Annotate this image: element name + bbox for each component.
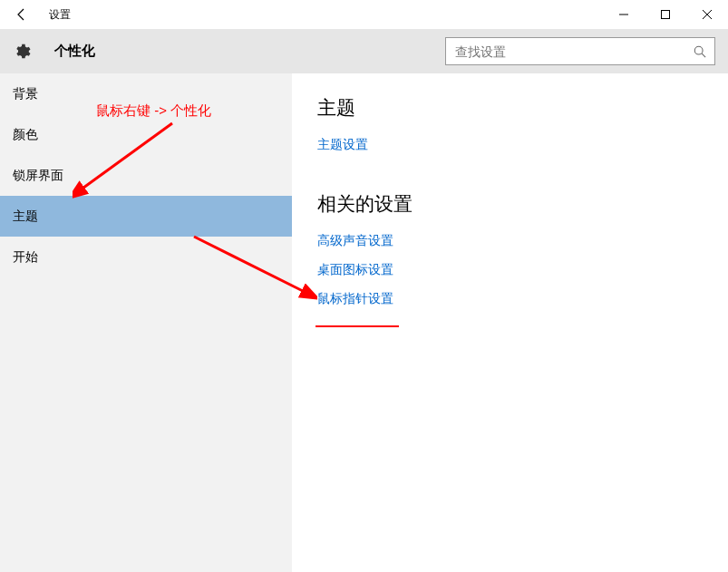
titlebar: 设置 <box>0 0 728 29</box>
sidebar-item-themes[interactable]: 主题 <box>0 196 292 237</box>
maximize-button[interactable] <box>645 0 686 29</box>
svg-line-5 <box>702 53 705 57</box>
search-button[interactable] <box>685 38 714 64</box>
back-arrow-icon <box>15 7 29 22</box>
page-title: 个性化 <box>54 43 95 60</box>
link-mouse-pointer[interactable]: 鼠标指针设置 <box>317 291 703 307</box>
link-desktop-icons[interactable]: 桌面图标设置 <box>317 262 703 278</box>
sidebar-item-colors[interactable]: 颜色 <box>0 114 292 155</box>
header: 个性化 <box>0 29 728 73</box>
window-title: 设置 <box>49 7 71 23</box>
content: 主题 主题设置 相关的设置 高级声音设置 桌面图标设置 鼠标指针设置 <box>292 73 728 572</box>
link-theme-settings[interactable]: 主题设置 <box>317 137 703 153</box>
back-button[interactable] <box>0 0 44 29</box>
sidebar-item-start[interactable]: 开始 <box>0 237 292 277</box>
window-controls <box>603 0 728 29</box>
sidebar-item-label: 颜色 <box>13 127 38 143</box>
sidebar-item-lockscreen[interactable]: 锁屏界面 <box>0 155 292 196</box>
svg-rect-1 <box>662 11 670 19</box>
search-icon <box>694 45 706 58</box>
section-title-themes: 主题 <box>317 95 703 121</box>
sidebar-item-label: 锁屏界面 <box>13 168 63 184</box>
sidebar-item-label: 开始 <box>13 249 38 266</box>
sidebar: 背景 颜色 锁屏界面 主题 开始 <box>0 73 292 572</box>
search-input[interactable] <box>446 44 685 59</box>
svg-point-4 <box>694 46 703 54</box>
body: 背景 颜色 锁屏界面 主题 开始 主题 主题设置 相关的设置 高级声音设置 桌面… <box>0 73 728 572</box>
close-button[interactable] <box>686 0 728 29</box>
maximize-icon <box>661 10 670 19</box>
gear-icon <box>13 43 31 61</box>
minimize-button[interactable] <box>603 0 645 29</box>
sidebar-item-label: 主题 <box>13 208 38 225</box>
sidebar-item-background[interactable]: 背景 <box>0 73 292 114</box>
section-title-related: 相关的设置 <box>317 191 703 217</box>
search-box[interactable] <box>445 37 715 65</box>
link-advanced-sound[interactable]: 高级声音设置 <box>317 233 703 249</box>
minimize-icon <box>619 10 628 19</box>
settings-gear[interactable] <box>0 29 44 73</box>
sidebar-item-label: 背景 <box>13 86 38 102</box>
close-icon <box>703 10 712 19</box>
